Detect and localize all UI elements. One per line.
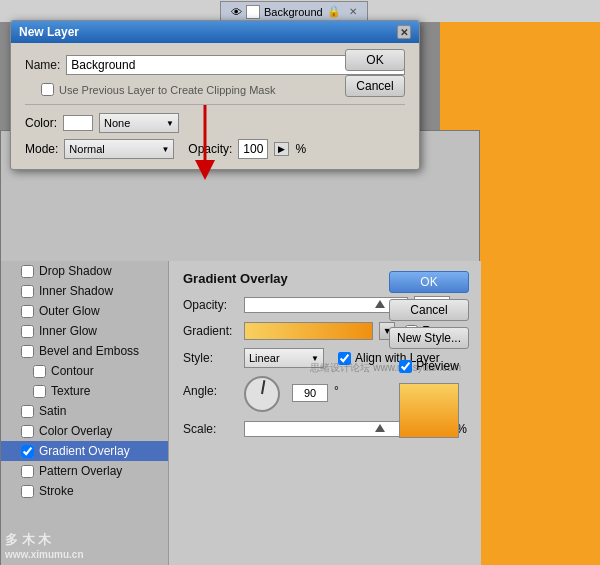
mode-dropdown[interactable]: Normal <box>64 139 174 159</box>
opacity-input[interactable] <box>238 139 268 159</box>
texture-checkbox[interactable] <box>33 385 46 398</box>
layer-style-cancel-button[interactable]: Cancel <box>389 299 469 321</box>
opacity-label: Opacity: <box>183 298 238 312</box>
close-icon: ✕ <box>400 27 408 38</box>
list-item-satin[interactable]: Satin <box>1 401 168 421</box>
list-item-color-overlay[interactable]: Color Overlay <box>1 421 168 441</box>
preview-label: Preview <box>416 359 459 373</box>
dialog-titlebar: New Layer ✕ <box>11 21 419 43</box>
stroke-checkbox[interactable] <box>21 485 34 498</box>
opacity-arrow[interactable]: ▶ <box>274 142 289 156</box>
mode-opacity-row: Mode: Normal Opacity: ▶ % <box>25 139 405 159</box>
angle-dial[interactable] <box>244 376 280 412</box>
mode-label: Mode: <box>25 142 58 156</box>
color-overlay-checkbox[interactable] <box>21 425 34 438</box>
layer-swatch <box>246 5 260 19</box>
preview-checkbox[interactable] <box>399 360 412 373</box>
list-item-drop-shadow[interactable]: Drop Shadow <box>1 261 168 281</box>
clipping-mask-label: Use Previous Layer to Create Clipping Ma… <box>59 84 275 96</box>
watermark-text: 多 木 木 www.ximumu.cn <box>5 531 84 560</box>
list-item-gradient-overlay[interactable]: Gradient Overlay <box>1 441 168 461</box>
list-item-texture[interactable]: Texture <box>1 381 168 401</box>
list-item-inner-glow[interactable]: Inner Glow <box>1 321 168 341</box>
angle-unit: ° <box>334 384 339 398</box>
satin-checkbox[interactable] <box>21 405 34 418</box>
drop-shadow-checkbox[interactable] <box>21 265 34 278</box>
new-style-button[interactable]: New Style... <box>389 327 469 349</box>
close-tab-button[interactable]: ✕ <box>349 6 357 17</box>
cancel-button[interactable]: Cancel <box>345 75 405 97</box>
layer-style-panel: Drop Shadow Inner Shadow Outer Glow Inne… <box>0 130 480 565</box>
angle-needle <box>261 380 265 394</box>
divider <box>25 104 405 105</box>
color-label: Color: <box>25 116 57 130</box>
pattern-overlay-checkbox[interactable] <box>21 465 34 478</box>
top-bar: 👁 Background 🔒 ✕ <box>0 0 600 22</box>
eye-icon: 👁 <box>231 6 242 18</box>
list-item-contour[interactable]: Contour <box>1 361 168 381</box>
list-item-inner-shadow[interactable]: Inner Shadow <box>1 281 168 301</box>
scale-label: Scale: <box>183 422 238 436</box>
inner-shadow-checkbox[interactable] <box>21 285 34 298</box>
layer-list: Drop Shadow Inner Shadow Outer Glow Inne… <box>1 261 169 565</box>
gradient-label: Gradient: <box>183 324 238 338</box>
color-row: Color: None <box>25 113 405 133</box>
style-label: Style: <box>183 351 238 365</box>
list-item-pattern-overlay[interactable]: Pattern Overlay <box>1 461 168 481</box>
color-swatch <box>63 115 93 131</box>
new-layer-dialog: New Layer ✕ OK Cancel Name: Use Previous… <box>10 20 420 170</box>
lock-icon: 🔒 <box>327 5 341 18</box>
preview-check-container: Preview <box>389 359 469 373</box>
gradient-bar[interactable] <box>244 322 373 340</box>
inner-glow-checkbox[interactable] <box>21 325 34 338</box>
name-label: Name: <box>25 58 60 72</box>
dialog-close-button[interactable]: ✕ <box>397 25 411 39</box>
clipping-mask-checkbox[interactable] <box>41 83 54 96</box>
opacity-label: Opacity: <box>188 142 232 156</box>
right-panel: OK Cancel New Style... Preview <box>384 261 474 448</box>
ok-button[interactable]: OK <box>345 49 405 71</box>
tab-label: Background <box>264 6 323 18</box>
opacity-unit: % <box>295 142 306 156</box>
color-dropdown[interactable]: None <box>99 113 179 133</box>
outer-glow-checkbox[interactable] <box>21 305 34 318</box>
dialog-body: OK Cancel Name: Use Previous Layer to Cr… <box>11 43 419 169</box>
angle-value-input[interactable] <box>292 384 328 402</box>
background-tab[interactable]: 👁 Background 🔒 ✕ <box>220 1 368 21</box>
list-item-outer-glow[interactable]: Outer Glow <box>1 301 168 321</box>
angle-label: Angle: <box>183 384 238 398</box>
dialog-title: New Layer <box>19 25 79 39</box>
preview-swatch <box>399 383 459 438</box>
contour-checkbox[interactable] <box>33 365 46 378</box>
bevel-emboss-checkbox[interactable] <box>21 345 34 358</box>
gradient-overlay-checkbox[interactable] <box>21 445 34 458</box>
list-item-bevel-emboss[interactable]: Bevel and Emboss <box>1 341 168 361</box>
layer-style-ok-button[interactable]: OK <box>389 271 469 293</box>
list-item-stroke[interactable]: Stroke <box>1 481 168 501</box>
